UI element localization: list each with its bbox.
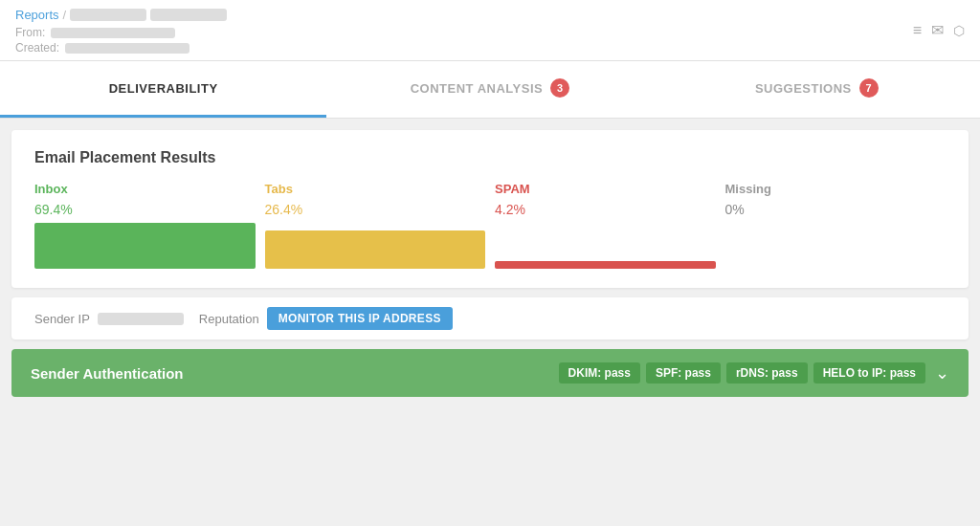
tab-deliverability-label: DELIVERABILITY [109, 81, 218, 96]
auth-chevron-icon[interactable]: ⌄ [935, 362, 949, 384]
created-row: Created: [15, 41, 965, 55]
created-value [65, 43, 189, 54]
created-label: Created: [15, 41, 59, 55]
missing-col: Missing 0% [725, 182, 947, 269]
email-placement-card: Email Placement Results Inbox 69.4% Tabs… [11, 130, 969, 288]
sender-row: Sender IP Reputation MONITOR THIS IP ADD… [11, 297, 969, 340]
tab-deliverability[interactable]: DELIVERABILITY [0, 61, 326, 118]
from-label: From: [15, 26, 45, 39]
auth-title: Sender Authentication [31, 365, 183, 382]
share-icon[interactable]: ⬡ [953, 23, 965, 38]
sender-ip-label: Sender IP [34, 312, 90, 326]
sender-auth-bar: Sender Authentication DKIM: pass SPF: pa… [11, 349, 969, 397]
sender-ip-value [98, 313, 184, 325]
menu-icon[interactable]: ≡ [913, 22, 922, 39]
spam-col: SPAM 4.2% [495, 182, 725, 269]
from-row: From: [15, 26, 965, 39]
inbox-col: Inbox 69.4% [34, 182, 265, 269]
tab-suggestions-label: SUGGESTIONS [755, 81, 852, 96]
email-placement-title: Email Placement Results [34, 149, 946, 166]
monitor-ip-button[interactable]: MONITOR THIS IP ADDRESS [267, 307, 453, 330]
spam-bar [495, 261, 716, 269]
tab-content-analysis-label: CONTENT ANALYSIS [411, 81, 544, 96]
helo-badge: HELO to IP: pass [813, 362, 925, 384]
tabs-bar [265, 230, 486, 269]
auth-badges: DKIM: pass SPF: pass rDNS: pass HELO to … [559, 362, 949, 384]
reputation-label: Reputation [199, 312, 259, 326]
dkim-badge: DKIM: pass [559, 362, 640, 384]
tabs-label: Tabs [265, 182, 293, 196]
breadcrumb: Reports / [15, 8, 965, 22]
chart-area: Inbox 69.4% Tabs 26.4% SPAM [34, 182, 946, 269]
breadcrumb-item-2 [70, 9, 146, 21]
action-icons-row: ≡ ✉ ⬡ [913, 21, 965, 39]
email-icon[interactable]: ✉ [931, 21, 944, 39]
inbox-pct: 69.4% [34, 202, 73, 217]
from-value [51, 28, 175, 38]
tab-content-analysis[interactable]: CONTENT ANALYSIS 3 [326, 61, 653, 118]
spam-label: SPAM [495, 182, 530, 196]
breadcrumb-item-3 [150, 9, 227, 21]
spam-pct: 4.2% [495, 202, 525, 217]
content-analysis-badge: 3 [550, 78, 569, 98]
tabs-pct: 26.4% [265, 202, 303, 217]
missing-pct: 0% [725, 202, 745, 217]
reports-link[interactable]: Reports [15, 8, 59, 22]
rdns-badge: rDNS: pass [726, 362, 808, 384]
tab-suggestions[interactable]: SUGGESTIONS 7 [654, 61, 980, 118]
missing-label: Missing [725, 182, 771, 196]
inbox-bar [34, 223, 256, 269]
tabs-col: Tabs 26.4% [265, 182, 496, 269]
tabs-bar: DELIVERABILITY CONTENT ANALYSIS 3 SUGGES… [0, 61, 980, 119]
spf-badge: SPF: pass [646, 362, 721, 384]
suggestions-badge: 7 [859, 78, 879, 98]
inbox-label: Inbox [34, 182, 68, 196]
breadcrumb-separator: / [63, 8, 67, 22]
